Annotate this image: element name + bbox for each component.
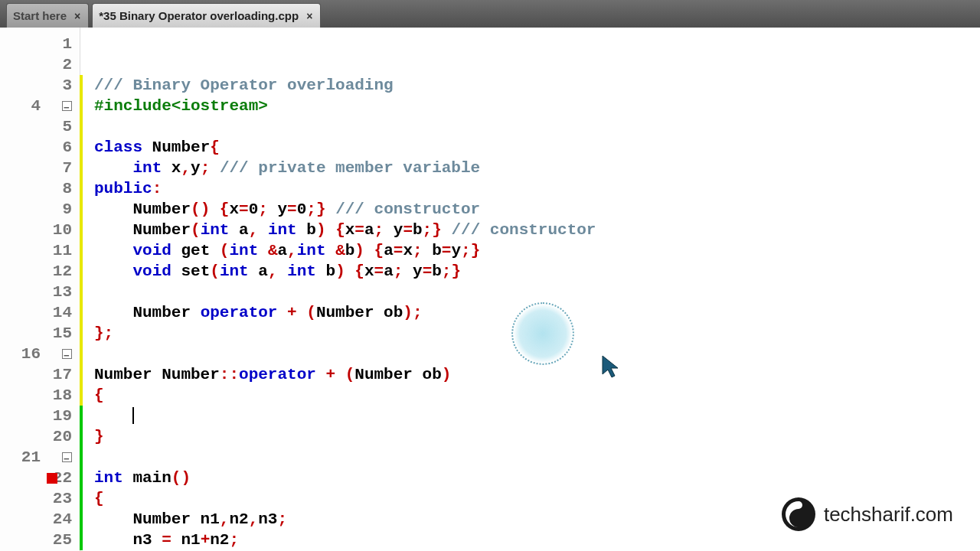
tab-label: Start here	[13, 9, 67, 22]
gutter-row: 10	[0, 220, 80, 240]
code-line[interactable]: Number Number::operator + (Number ob)	[94, 364, 980, 385]
code-line[interactable]	[94, 406, 980, 426]
gutter-row: 6	[0, 137, 80, 158]
tab-label: *35 Binary Operator overloading.cpp	[99, 9, 299, 22]
code-line[interactable]	[94, 447, 980, 468]
fold-toggle-icon[interactable]	[62, 452, 72, 462]
code-line[interactable]	[94, 116, 980, 137]
gutter-row: 4	[0, 96, 80, 116]
gutter-row: 19	[0, 406, 80, 426]
code-line[interactable]: int main()	[94, 468, 980, 488]
code-line[interactable]: /// Binary Operator overloading	[94, 75, 980, 96]
gutter-row: 2	[0, 54, 80, 75]
code-line[interactable]: };	[94, 323, 980, 344]
gutter-row: 22	[0, 468, 80, 488]
gutter-row: 17	[0, 364, 80, 385]
gutter-row: 24	[0, 509, 80, 530]
watermark: techsharif.com	[781, 497, 953, 532]
gutter-row: 14	[0, 302, 80, 323]
code-line[interactable]: void get (int &a,int &b) {a=x; b=y;}	[94, 240, 980, 261]
code-line[interactable]: class Number{	[94, 137, 980, 158]
gutter-row: 23	[0, 488, 80, 509]
fold-toggle-icon[interactable]	[62, 101, 72, 111]
breakpoint-icon[interactable]	[47, 473, 57, 484]
code-line[interactable]: #include<iostream>	[94, 96, 980, 116]
gutter-row: 21	[0, 447, 80, 468]
code-line[interactable]: Number() {x=0; y=0;} /// constructor	[94, 199, 980, 220]
gutter-row: 8	[0, 178, 80, 199]
gutter-row: 7	[0, 158, 80, 178]
gutter-row: 11	[0, 240, 80, 261]
gutter-row: 13	[0, 282, 80, 302]
code-line[interactable]: {	[94, 385, 980, 406]
gutter-row: 18	[0, 385, 80, 406]
code-line[interactable]	[94, 344, 980, 364]
tab-active[interactable]: *35 Binary Operator overloading.cpp ×	[92, 3, 321, 28]
text-cursor-icon	[132, 407, 134, 424]
code-line[interactable]	[94, 282, 980, 302]
code-line[interactable]: Number operator + (Number ob);	[94, 302, 980, 323]
gutter-row: 15	[0, 323, 80, 344]
gutter-row: 12	[0, 261, 80, 282]
fold-toggle-icon[interactable]	[62, 349, 72, 359]
code-line[interactable]: public:	[94, 178, 980, 199]
code-line[interactable]: void set(int a, int b) {x=a; y=b;}	[94, 261, 980, 282]
close-icon[interactable]: ×	[73, 10, 82, 22]
gutter-row: 5	[0, 116, 80, 137]
gutter-row: 1	[0, 34, 80, 54]
gutter-row: 3	[0, 75, 80, 96]
code-editor[interactable]: 1234567891011121314151617181920212223242…	[0, 28, 980, 551]
watermark-logo-icon	[781, 497, 816, 532]
code-line[interactable]: n3 = n1+n2;	[94, 530, 980, 550]
watermark-text: techsharif.com	[824, 503, 953, 527]
gutter-row: 20	[0, 426, 80, 447]
line-gutter: 1234567891011121314151617181920212223242…	[0, 28, 80, 551]
code-line[interactable]: Number(int a, int b) {x=a; y=b;} /// con…	[94, 220, 980, 240]
tab-inactive[interactable]: Start here ×	[6, 3, 89, 28]
gutter-row: 9	[0, 199, 80, 220]
code-area[interactable]: /// Binary Operator overloading#include<…	[80, 28, 980, 551]
code-line[interactable]: }	[94, 426, 980, 447]
gutter-row: 16	[0, 344, 80, 364]
close-icon[interactable]: ×	[305, 10, 314, 22]
gutter-row: 25	[0, 530, 80, 550]
code-line[interactable]: int x,y; /// private member variable	[94, 158, 980, 178]
tab-bar: Start here × *35 Binary Operator overloa…	[0, 0, 980, 28]
